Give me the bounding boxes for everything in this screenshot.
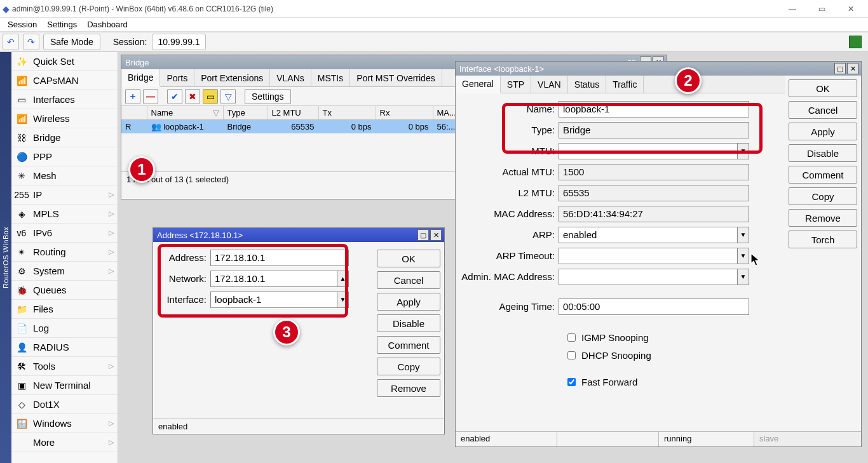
column-header[interactable]: Rx: [376, 106, 433, 120]
menu-item-dot1x[interactable]: ◇Dot1X: [11, 395, 118, 414]
mtu-dropdown-icon[interactable]: ▼: [737, 144, 749, 159]
l2mtu-label: L2 MTU:: [456, 187, 559, 198]
enable-button[interactable]: ✔: [167, 89, 182, 104]
minimize-button[interactable]: —: [778, 0, 807, 18]
redo-button[interactable]: ↷: [23, 34, 39, 50]
column-header[interactable]: Type: [223, 106, 268, 120]
bridge-tab-ports[interactable]: Ports: [160, 69, 194, 86]
interface-tab-status[interactable]: Status: [568, 76, 607, 93]
menu-item-windows[interactable]: 🪟Windows▷: [11, 414, 118, 433]
arp-timeout-field[interactable]: ▼: [559, 248, 749, 264]
menu-item-mesh[interactable]: ✳Mesh: [11, 166, 118, 185]
remove-button[interactable]: Remove: [789, 209, 857, 227]
menu-dashboard[interactable]: Dashboard: [83, 18, 132, 30]
close-button[interactable]: ✕: [836, 0, 865, 18]
bridge-tab-port-extensions[interactable]: Port Extensions: [194, 69, 270, 86]
menu-item-system[interactable]: ⚙System▷: [11, 262, 118, 281]
menu-label: PPP: [33, 151, 52, 162]
menu-item-wireless[interactable]: 📶Wireless: [11, 109, 118, 128]
menu-settings[interactable]: Settings: [43, 18, 81, 30]
admin-mac-field[interactable]: ▼: [559, 269, 749, 285]
address-close-icon[interactable]: ✕: [430, 229, 442, 241]
menu-item-interfaces[interactable]: ▭Interfaces: [11, 90, 118, 109]
addr-disable-button[interactable]: Disable: [377, 314, 440, 332]
row-type: Bridge: [223, 120, 268, 134]
interface-tab-vlan[interactable]: VLAN: [531, 76, 568, 93]
cancel-button[interactable]: Cancel: [789, 101, 857, 119]
menu-item-quick-set[interactable]: ✨Quick Set: [11, 52, 118, 71]
add-button[interactable]: ＋: [125, 89, 140, 104]
mtu-field[interactable]: ▼: [559, 143, 749, 159]
bridge-tab-bridge[interactable]: Bridge: [121, 69, 160, 87]
ok-button[interactable]: OK: [789, 79, 857, 97]
remove-button[interactable]: —: [143, 89, 158, 104]
interface-tab-traffic[interactable]: Traffic: [606, 76, 644, 93]
menu-item-new-terminal[interactable]: ▣New Terminal: [11, 376, 118, 395]
amac-dropdown-icon[interactable]: ▼: [737, 269, 749, 285]
menu-item-queues[interactable]: 🐞Queues: [11, 281, 118, 300]
address-restore-icon[interactable]: ▢: [417, 229, 429, 241]
dhcp-checkbox[interactable]: [567, 351, 576, 359]
torch-button[interactable]: Torch: [789, 231, 857, 248]
apply-button[interactable]: Apply: [789, 123, 857, 140]
menu-item-bridge[interactable]: ⛓Bridge: [11, 128, 118, 147]
copy-button[interactable]: Copy: [789, 187, 857, 205]
filter-button[interactable]: ▽: [220, 89, 236, 104]
interface-window-titlebar[interactable]: Interface <loopback-1> ▢ ✕: [456, 62, 861, 76]
interface-field[interactable]: loopback-1▼: [210, 292, 349, 308]
ageing-field[interactable]: 00:05:00: [559, 299, 749, 315]
menu-item-log[interactable]: 📄Log: [11, 319, 118, 338]
addr-apply-button[interactable]: Apply: [377, 293, 440, 311]
column-header[interactable]: L2 MTU: [268, 106, 318, 120]
menu-item-tools[interactable]: 🛠Tools▷: [11, 357, 118, 376]
name-field[interactable]: loopback-1: [559, 101, 749, 117]
addr-remove-button[interactable]: Remove: [377, 379, 440, 397]
address-window-titlebar[interactable]: Address <172.18.10.1> ▢ ✕: [153, 228, 444, 242]
settings-button[interactable]: Settings: [245, 89, 291, 104]
addr-cancel-button[interactable]: Cancel: [377, 271, 440, 289]
undo-button[interactable]: ↶: [3, 34, 19, 50]
comment-button[interactable]: ▭: [203, 89, 218, 104]
interface-tab-general[interactable]: General: [456, 76, 501, 93]
menu-item-more[interactable]: More▷: [11, 433, 118, 452]
menu-item-files[interactable]: 📁Files: [11, 300, 118, 319]
interface-close-icon[interactable]: ✕: [847, 63, 858, 74]
interface-dropdown-icon[interactable]: ▼: [337, 292, 348, 307]
network-up-icon[interactable]: ▲: [337, 271, 348, 286]
maximize-button[interactable]: ▭: [807, 0, 836, 18]
menu-item-capsman[interactable]: 📶CAPsMAN: [11, 71, 118, 90]
session-address[interactable]: 10.99.99.1: [152, 34, 205, 50]
menu-item-ip[interactable]: 255IP▷: [11, 185, 118, 205]
menu-icon: ⛓: [15, 131, 28, 144]
fastforward-checkbox[interactable]: [567, 378, 576, 386]
interface-tab-stp[interactable]: STP: [501, 76, 531, 93]
disable-button[interactable]: Disable: [789, 144, 857, 162]
addr-ok-button[interactable]: OK: [377, 250, 440, 267]
addr-copy-button[interactable]: Copy: [377, 358, 440, 375]
disable-button[interactable]: ✖: [185, 89, 200, 104]
safe-mode-button[interactable]: Safe Mode: [43, 34, 100, 50]
actual-mtu-field: 1500: [559, 164, 749, 180]
address-field[interactable]: 172.18.10.1: [210, 250, 349, 266]
column-header[interactable]: [121, 106, 147, 120]
menu-label: Tools: [33, 361, 55, 372]
menu-session[interactable]: Session: [4, 18, 41, 30]
comment-button[interactable]: Comment: [789, 166, 857, 184]
arp-field[interactable]: enabled▼: [559, 227, 749, 243]
menu-item-radius[interactable]: 👤RADIUS: [11, 338, 118, 357]
arpto-dropdown-icon[interactable]: ▼: [737, 248, 749, 264]
column-header[interactable]: Tx: [318, 106, 376, 120]
bridge-tab-port-mst-overrides[interactable]: Port MST Overrides: [350, 69, 442, 86]
bridge-tab-vlans[interactable]: VLANs: [270, 69, 311, 86]
column-header[interactable]: Name ▽: [147, 106, 223, 120]
menu-item-ipv6[interactable]: v6IPv6▷: [11, 224, 118, 243]
arp-dropdown-icon[interactable]: ▼: [737, 227, 749, 243]
bridge-tab-mstis[interactable]: MSTIs: [311, 69, 350, 86]
network-field[interactable]: 172.18.10.1▲: [210, 271, 349, 287]
menu-item-mpls[interactable]: ◈MPLS▷: [11, 205, 118, 224]
igmp-checkbox[interactable]: [567, 333, 576, 342]
addr-comment-button[interactable]: Comment: [377, 336, 440, 354]
menu-item-routing[interactable]: ✴Routing▷: [11, 243, 118, 262]
menu-item-ppp[interactable]: 🔵PPP: [11, 147, 118, 166]
interface-restore-icon[interactable]: ▢: [834, 63, 846, 74]
